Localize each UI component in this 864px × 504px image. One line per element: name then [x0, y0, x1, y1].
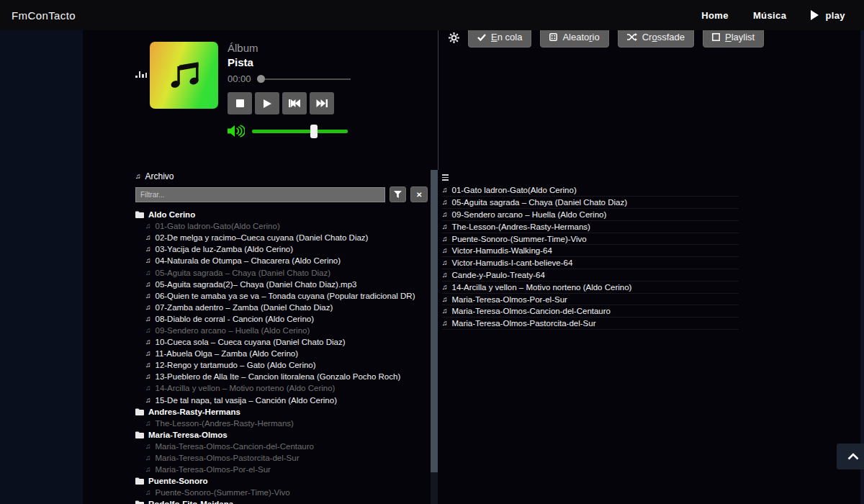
- queue-track-row[interactable]: ♫Puente-Sonoro-(Summer-Time)-Vivo: [442, 233, 739, 246]
- nav-item-musica[interactable]: Música: [753, 10, 786, 21]
- library-track-row[interactable]: ♫05-Aguita sagrada – Chaya (Daniel Chato…: [135, 266, 428, 278]
- queue-track-row[interactable]: ♫The-Lesson-(Andres-Rasty-Hermans): [442, 221, 739, 233]
- clear-filter-button[interactable]: ✕: [410, 186, 428, 202]
- brand-logo[interactable]: FmConTacto: [12, 9, 76, 22]
- toolbar-button-crossfade[interactable]: Crossfade: [618, 30, 694, 48]
- library-track-row[interactable]: ♫06-Quien te amaba ya se va – Tonada cuy…: [135, 290, 428, 302]
- track-label: 05-Aguita sagrada – Chaya (Daniel Chato …: [156, 269, 331, 277]
- speaker-icon[interactable]: [228, 124, 245, 138]
- queue-track-row[interactable]: ♫14-Arcilla y vellon – Motivo norteno (A…: [442, 282, 739, 294]
- queue-track-row[interactable]: ♫Cande-y-Paulo-Treaty-64: [442, 269, 739, 282]
- track-label: 10-Cueca sola – Cueca cuyana (Daniel Cha…: [156, 338, 346, 346]
- music-note-icon: ♫: [145, 361, 151, 369]
- music-note-icon: ♫: [145, 269, 151, 276]
- music-note-icon: ♫: [145, 420, 151, 427]
- library-scrollbar-thumb[interactable]: [431, 170, 438, 472]
- library-track-row[interactable]: ♫08-Diablo de corral - Cancion (Aldo Cer…: [135, 313, 428, 325]
- nav-item-home[interactable]: Home: [701, 10, 729, 21]
- folder-icon: [135, 500, 144, 504]
- library-track-row[interactable]: ♫03-Yacija de luz-Zamba (Aldo Cerino): [135, 243, 428, 255]
- music-note-icon: ♫: [145, 315, 151, 323]
- folder-icon: [135, 477, 144, 485]
- queue-panel: ♫01-Gato ladron-Gato(Aldo Cerino)♫05-Agu…: [438, 170, 860, 504]
- music-note-icon: ♫: [442, 235, 448, 243]
- music-note-icon: ♫: [145, 281, 151, 288]
- filter-input[interactable]: [135, 187, 385, 202]
- library-track-row[interactable]: ♫04-Naturala de Otumpa – Chacarera (Aldo…: [135, 255, 428, 266]
- music-note-icon: ♫: [442, 284, 448, 291]
- library-track-row[interactable]: ♫02-De melga y racimo–Cueca cuyana (Dani…: [135, 232, 428, 243]
- previous-button[interactable]: [282, 92, 307, 114]
- stop-button[interactable]: [228, 92, 252, 114]
- library-track-row[interactable]: ♫09-Sendero arcano – Huella (Aldo Cerino…: [135, 325, 428, 336]
- queue-track-row[interactable]: ♫Victor-Hamudis-I-cant-believe-64: [442, 257, 739, 269]
- volume-slider[interactable]: [252, 130, 348, 133]
- library-track-row[interactable]: ♫15-De tal napa, tal vasija – Canción (A…: [135, 395, 428, 406]
- library-track-row[interactable]: ♫11-Abuela Olga – Zamba (Aldo Cerino): [135, 348, 428, 359]
- library-track-row[interactable]: ♫Puente-Sonoro-(Summer-Time)-Vivo: [135, 487, 428, 498]
- library-track-row[interactable]: ♫14-Arcilla y vellon – Motivo norteno (A…: [135, 382, 428, 394]
- music-note-icon: ♫: [145, 397, 151, 404]
- queue-menu-icon[interactable]: [442, 173, 449, 181]
- track-label: 07-Zamba adentro – Zamba (Daniel Chato D…: [156, 303, 333, 312]
- queue-track-label: Maria-Teresa-Olmos-Por-el-Sur: [452, 295, 567, 304]
- library-track-row[interactable]: ♫07-Zamba adentro – Zamba (Daniel Chato …: [135, 302, 428, 313]
- queue-track-row[interactable]: ♫Maria-Teresa-Olmos-Pastorcita-del-Sur: [442, 318, 739, 330]
- volume-slider-thumb[interactable]: [310, 125, 318, 138]
- folder-label: Andres-Rasty-Hermans: [148, 408, 240, 416]
- library-folder-row[interactable]: Rodolfo-Fito-Maidana: [135, 498, 428, 504]
- library-track-row[interactable]: ♫Maria-Teresa-Olmos-Cancion-del-Centauro: [135, 441, 428, 452]
- queue-track-row[interactable]: ♫09-Sendero arcano – Huella (Aldo Cerino…: [442, 209, 739, 221]
- track-label: The-Lesson-(Andres-Rasty-Hermans): [156, 419, 294, 428]
- stop-icon: [236, 99, 244, 107]
- page-scrollbar[interactable]: [860, 30, 864, 504]
- folder-label: Puente-Sonoro: [148, 477, 207, 485]
- music-note-icon: ♫: [145, 373, 151, 380]
- library-title: Archivo: [145, 171, 174, 181]
- library-track-row[interactable]: ♫10-Cueca sola – Cueca cuyana (Daniel Ch…: [135, 336, 428, 348]
- filter-button[interactable]: [390, 186, 407, 202]
- gear-icon[interactable]: [449, 32, 459, 43]
- music-note-icon: ♫: [145, 234, 151, 241]
- album-label: Álbum: [228, 42, 351, 54]
- queue-track-label: Victor-Hamudis-I-cant-believe-64: [452, 258, 573, 267]
- next-button[interactable]: [310, 92, 334, 114]
- library-track-row[interactable]: ♫12-Rengo y tartamudo – Gato (Aldo Cerin…: [135, 359, 428, 371]
- track-label: 01-Gato ladron-Gato(Aldo Cerino): [156, 222, 280, 230]
- scroll-to-top-button[interactable]: [837, 444, 864, 469]
- filter-row: ✕: [135, 186, 428, 202]
- library-track-row[interactable]: ♫Maria-Teresa-Olmos-Pastorcita-del-Sur: [135, 452, 428, 464]
- library-panel: ♫ Archivo ✕ Aldo Cerino♫01-Gato ladron-G…: [83, 170, 438, 504]
- queue-track-row[interactable]: ♫05-Aguita sagrada – Chaya (Daniel Chato…: [442, 197, 739, 209]
- queue-track-row[interactable]: ♫Victor-Hamudis-Walking-64: [442, 245, 739, 257]
- library-scrollbar[interactable]: [431, 170, 438, 504]
- library-folder-row[interactable]: Andres-Rasty-Hermans: [135, 406, 428, 418]
- library-track-row[interactable]: ♫13-Pueblero de Alla Ite – Cancion litor…: [135, 371, 428, 382]
- seek-slider[interactable]: [257, 75, 351, 83]
- track-label: 13-Pueblero de Alla Ite – Cancion litora…: [156, 372, 401, 381]
- library-track-row[interactable]: ♫05-Aguita sagrada(2)– Chaya (Daniel Cha…: [135, 279, 428, 290]
- library-folder-row[interactable]: Puente-Sonoro: [135, 475, 428, 487]
- queue-track-row[interactable]: ♫Maria-Teresa-Olmos-Cancion-del-Centauro: [442, 305, 739, 318]
- music-note-icon: ♫: [145, 327, 151, 334]
- nav-item-play[interactable]: play: [811, 10, 845, 21]
- toolbar-button-aleatorio[interactable]: Aleatorio: [540, 30, 608, 48]
- play-button[interactable]: [255, 92, 279, 114]
- player-info: Álbum Pista 00:00: [228, 42, 351, 170]
- toolbar-button-en-cola[interactable]: En cola: [468, 30, 531, 48]
- queue-toolbar-panel: En colaAleatorioCrossfadePlaylist: [438, 30, 860, 170]
- library-track-row[interactable]: ♫01-Gato ladron-Gato(Aldo Cerino): [135, 220, 428, 232]
- library-folder-row[interactable]: Aldo Cerino: [135, 209, 428, 220]
- queue-track-row[interactable]: ♫Maria-Teresa-Olmos-Por-el-Sur: [442, 294, 739, 306]
- music-note-icon: ♫: [442, 320, 448, 327]
- queue-track-label: 14-Arcilla y vellon – Motivo norteno (Al…: [452, 283, 632, 292]
- library-folder-row[interactable]: Maria-Teresa-Olmos: [135, 429, 428, 441]
- toolbar-button-playlist[interactable]: Playlist: [703, 30, 764, 48]
- nav-links: Home Música play: [701, 10, 845, 21]
- library-track-row[interactable]: ♫Maria-Teresa-Olmos-Por-el-Sur: [135, 464, 428, 475]
- seek-slider-thumb[interactable]: [257, 75, 265, 83]
- folder-label: Aldo Cerino: [148, 210, 195, 219]
- music-note-icon: ♫: [442, 186, 448, 194]
- library-track-row[interactable]: ♫The-Lesson-(Andres-Rasty-Hermans): [135, 418, 428, 429]
- queue-track-row[interactable]: ♫01-Gato ladron-Gato(Aldo Cerino): [442, 185, 739, 197]
